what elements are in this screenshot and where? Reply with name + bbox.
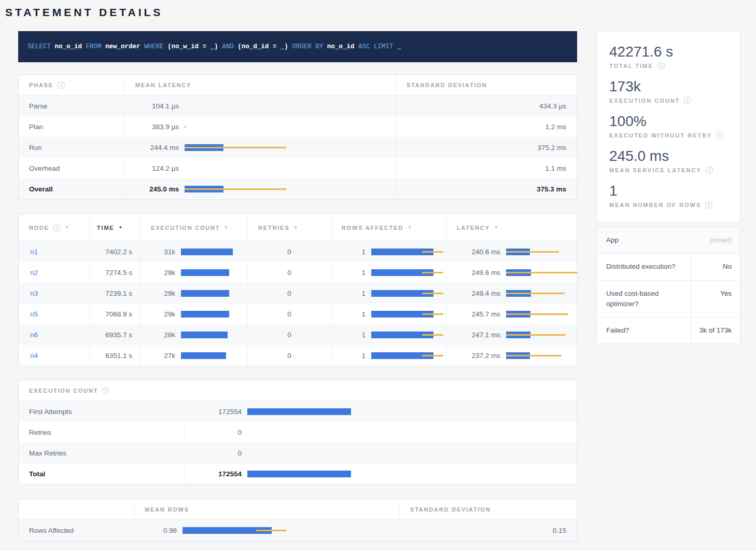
sql-token: _ (397, 43, 401, 50)
page-title: STATEMENT DETAILS (5, 6, 756, 19)
node-link[interactable]: n6 (30, 331, 38, 339)
execution-count-table: EXECUTION COUNT i First Attempts 172554 … (18, 380, 577, 485)
stat-label: EXECUTED WITHOUT RETRY i (609, 132, 727, 139)
exec-count-column-header[interactable]: EXECUTION COUNT ▼ (141, 214, 248, 241)
sort-icon[interactable]: ▼ (118, 225, 122, 230)
std-dev-value: 0.15 (400, 520, 577, 541)
exec-count-bar (181, 311, 238, 318)
exec-row-label: Total (19, 463, 185, 484)
exec-row-value: 0 (195, 429, 242, 436)
mean-latency-cell: 104.1 µs (125, 95, 396, 116)
rows-affected-cell: 1 (331, 324, 446, 345)
exec-count-header-label: EXECUTION COUNT (151, 225, 220, 231)
node-link[interactable]: n3 (30, 290, 38, 297)
std-dev-value: 434.3 µs (396, 95, 577, 116)
sort-icon[interactable]: ▼ (494, 225, 498, 230)
exec-count-cell: 29k (141, 304, 248, 324)
mean-latency-value: 124.2 µs (135, 164, 179, 172)
latency-value: 245.7 ms (457, 310, 500, 318)
node-link[interactable]: n2 (30, 269, 38, 277)
info-icon[interactable]: i (705, 201, 712, 209)
stat-value: 100% (609, 113, 727, 130)
table-row: n3 7239.1 s 29k 0 1 (19, 283, 577, 304)
latency-bar (506, 249, 584, 255)
sort-icon[interactable]: ▼ (65, 225, 69, 230)
latency-value: 237.2 ms (457, 352, 500, 360)
phase-label: Run (19, 137, 125, 158)
rows-affected-bar (371, 269, 449, 276)
stat-value: 173k (609, 78, 727, 95)
sql-token: = _) (269, 43, 292, 50)
rows-affected-header: MEAN ROWS STANDARD DEVIATION (19, 499, 577, 520)
phase-header-label: PHASE (29, 82, 53, 88)
std-dev-value: 375.3 ms (396, 178, 577, 199)
stat-label-text: TOTAL TIME (609, 63, 653, 69)
exec-count-bar (247, 408, 356, 415)
execution-count-title: EXECUTION COUNT (29, 388, 98, 394)
sort-icon[interactable]: ▼ (408, 225, 412, 230)
sort-icon[interactable]: ▼ (224, 225, 228, 230)
detail-row-app: App (unset) (597, 227, 740, 254)
time-header-label: TIME (97, 225, 114, 231)
phase-label: Plan (19, 116, 125, 137)
sql-token: = _) (199, 43, 222, 50)
node-link[interactable]: n5 (30, 310, 38, 318)
info-icon[interactable]: i (716, 132, 723, 139)
sql-token: AND (222, 43, 237, 50)
retries-column-header[interactable]: RETRIES ▼ (248, 214, 331, 241)
exec-count-bar (247, 471, 356, 477)
rows-affected-bar (371, 249, 449, 255)
latency-cell: 240.6 ms (446, 241, 577, 262)
rows-affected-table: MEAN ROWS STANDARD DEVIATION Rows Affect… (18, 499, 577, 541)
table-row: n1 7402.2 s 31k 0 1 (19, 241, 577, 262)
info-icon[interactable]: i (657, 62, 665, 70)
info-icon[interactable]: i (53, 224, 61, 231)
exec-count-value: 29k (151, 290, 175, 297)
info-icon[interactable]: i (102, 387, 109, 394)
sql-token: no_d_id (242, 43, 269, 50)
mean-latency-value: 245.0 ms (135, 185, 179, 193)
node-column-header[interactable]: NODE i ▼ (19, 214, 90, 241)
node-link[interactable]: n4 (30, 352, 38, 360)
time-value: 6351.1 s (90, 345, 141, 366)
sql-token: new_order (105, 43, 144, 50)
detail-value: No (691, 254, 740, 280)
time-column-header[interactable]: TIME ▼ (90, 214, 141, 241)
info-icon[interactable]: i (706, 167, 713, 174)
retries-value: 0 (248, 283, 331, 304)
stat-label-text: EXECUTION COUNT (609, 98, 680, 104)
node-link[interactable]: n1 (30, 248, 38, 256)
info-icon[interactable]: i (684, 97, 691, 104)
mean-rows-value: 0.98 (134, 527, 177, 534)
retries-value: 0 (248, 324, 331, 345)
exec-count-cell: 29k (141, 283, 248, 304)
phase-label: Overhead (19, 158, 125, 178)
exec-count-value: 31k (151, 248, 175, 256)
rows-affected-label: Rows Affected (19, 520, 134, 541)
latency-value: 240.6 ms (457, 248, 500, 256)
phase-label: Overall (19, 178, 125, 199)
std-dev-column-header: STANDARD DEVIATION (396, 75, 577, 95)
sort-icon[interactable]: ▼ (293, 225, 298, 230)
info-icon[interactable]: i (58, 81, 65, 89)
stat-value: 42271.6 s (609, 43, 727, 61)
node-cell: n6 (19, 324, 90, 345)
mean-latency-column-header: MEAN LATENCY (125, 75, 396, 95)
node-cell: n5 (19, 304, 90, 324)
rows-affected-column-header[interactable]: ROWS AFFECTED ▼ (331, 214, 446, 241)
latency-bar (506, 352, 584, 359)
node-cell: n2 (19, 262, 90, 283)
detail-label: Failed? (597, 318, 691, 343)
node-cell: n3 (19, 283, 90, 304)
latency-column-header[interactable]: LATENCY ▼ (446, 214, 577, 241)
std-dev-header-label: STANDARD DEVIATION (407, 82, 487, 88)
exec-count-bar (181, 269, 238, 276)
retries-value: 0 (248, 304, 331, 324)
node-header-label: NODE (29, 225, 49, 231)
exec-count-bar (181, 290, 238, 297)
rows-affected-cell: 1 (331, 241, 446, 262)
std-dev-value: 1.1 ms (396, 158, 577, 178)
latency-bar (506, 290, 584, 297)
exec-count-cell: 29k (141, 262, 248, 283)
stat-label: MEAN SERVICE LATENCY i (609, 167, 727, 174)
